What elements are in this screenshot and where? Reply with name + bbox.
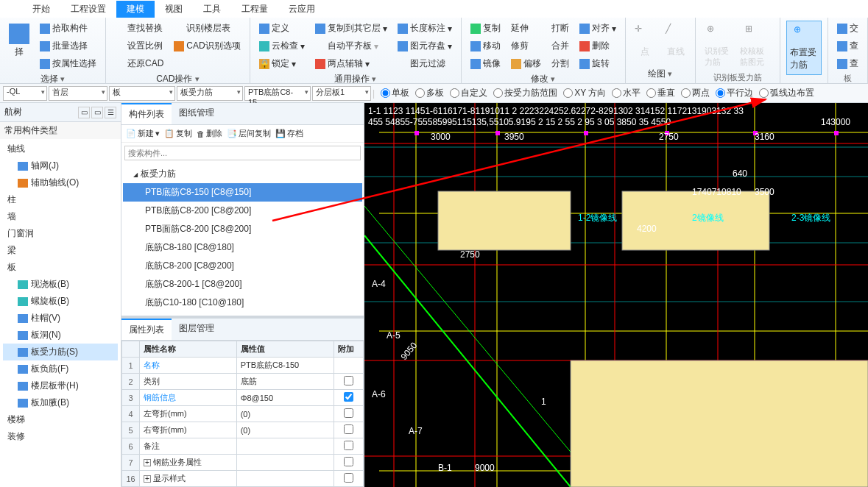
radio-range[interactable]: 按受力筋范围 bbox=[493, 87, 557, 99]
nav-item[interactable]: 现浇板(B) bbox=[3, 276, 118, 293]
save-element[interactable]: 图元存盘 ▾ bbox=[395, 38, 455, 54]
tab-component-list[interactable]: 构件列表 bbox=[121, 103, 172, 124]
prop-name[interactable]: 类别 bbox=[140, 374, 237, 390]
cad-options[interactable]: CAD识别选项 bbox=[171, 38, 243, 54]
line-tool[interactable]: ╱直线 bbox=[663, 21, 689, 61]
find-replace[interactable]: 查找替换 bbox=[112, 21, 166, 36]
rotate[interactable]: 旋转 bbox=[576, 56, 619, 71]
nav-group[interactable]: 楼梯 bbox=[3, 411, 118, 428]
tab-qty[interactable]: 工程量 bbox=[231, 1, 278, 18]
comp-item[interactable]: PTB底筋C8-150 [C8@150] bbox=[123, 183, 362, 202]
copy-to-floor[interactable]: 复制到其它层 ▾ bbox=[312, 21, 390, 36]
nav-group[interactable]: 板 bbox=[3, 259, 118, 276]
pick-component[interactable]: 拾取构件 bbox=[37, 21, 99, 36]
tab-properties[interactable]: 属性列表 bbox=[121, 319, 172, 340]
prop-chk[interactable] bbox=[344, 392, 353, 402]
mirror[interactable]: 镜像 bbox=[467, 56, 504, 71]
drawing-viewport[interactable]: 640 3500 1740710810 1-2镜像线 2镜像线 2-3镜像线 4… bbox=[364, 103, 868, 487]
batch-select[interactable]: 批量选择 bbox=[37, 38, 99, 54]
comp-item[interactable]: 底筋C10-180 [C10@180] bbox=[123, 294, 362, 312]
two-point-axis[interactable]: 两点辅轴 ▾ bbox=[312, 56, 390, 71]
dd-component[interactable]: PTB底筋C8-15 bbox=[244, 86, 311, 101]
nav-item[interactable]: 螺旋板(B) bbox=[3, 293, 118, 310]
btn-floor-copy[interactable]: 📑层间复制 bbox=[227, 128, 271, 139]
nav-ico-1[interactable]: ▭ bbox=[78, 107, 90, 118]
comp-item[interactable]: 底筋C8-180 [C8@180] bbox=[123, 238, 362, 257]
cloud-check[interactable]: 云检查 ▾ bbox=[256, 38, 308, 54]
prop-value[interactable]: Φ8@150 bbox=[236, 390, 334, 406]
auto-align[interactable]: 自动平齐板 ▾ bbox=[312, 38, 390, 54]
length-dim[interactable]: 长度标注 ▾ bbox=[395, 21, 455, 36]
prop-name[interactable]: 备注 bbox=[140, 438, 237, 455]
trim[interactable]: 修剪 bbox=[508, 38, 544, 54]
dd-floor[interactable]: 首层 bbox=[49, 86, 107, 101]
select-by-prop[interactable]: 按属性选择 bbox=[37, 56, 99, 71]
extend[interactable]: 延伸 bbox=[508, 21, 544, 36]
prop-chk[interactable] bbox=[344, 457, 353, 466]
lock[interactable]: 🔒锁定 ▾ bbox=[256, 56, 308, 71]
prop-value[interactable] bbox=[236, 438, 334, 455]
nav-group[interactable]: 装修 bbox=[3, 428, 118, 445]
nav-item[interactable]: 板受力筋(S) bbox=[3, 344, 118, 360]
prop-chk[interactable] bbox=[344, 441, 353, 450]
dd-ql[interactable]: -QL bbox=[3, 86, 47, 101]
prop-value[interactable]: (0) bbox=[236, 406, 334, 422]
tab-start[interactable]: 开始 bbox=[22, 1, 60, 18]
filter-element[interactable]: 图元过滤 bbox=[395, 56, 455, 71]
delete[interactable]: 删除 bbox=[576, 38, 619, 54]
check1[interactable]: 查 bbox=[834, 38, 861, 54]
prop-value[interactable]: (0) bbox=[236, 422, 334, 438]
identify-floor-table[interactable]: 识别楼层表 bbox=[171, 21, 243, 36]
nav-item[interactable]: 楼层板带(H) bbox=[3, 377, 118, 394]
place-rebar[interactable]: ⊕布置受力筋 bbox=[786, 21, 822, 75]
dd-type[interactable]: 板受力筋 bbox=[177, 86, 243, 101]
merge[interactable]: 合并 bbox=[548, 38, 572, 54]
radio-vert[interactable]: 垂直 bbox=[646, 87, 675, 99]
define[interactable]: 定义 bbox=[256, 21, 308, 36]
restore-cad[interactable]: 还原CAD bbox=[112, 56, 166, 71]
btn-delete[interactable]: 🗑删除 bbox=[197, 128, 222, 139]
radio-single[interactable]: 单板 bbox=[381, 87, 409, 99]
prop-value[interactable] bbox=[236, 471, 334, 487]
nav-ico-2[interactable]: ▭ bbox=[91, 107, 103, 118]
move[interactable]: 移动 bbox=[467, 38, 504, 54]
nav-item[interactable]: 板洞(N) bbox=[3, 327, 118, 344]
identify-rebar[interactable]: ⊕识别受力筋 bbox=[702, 21, 733, 71]
cross[interactable]: 交 bbox=[834, 21, 861, 36]
btn-new[interactable]: 📄新建 ▾ bbox=[126, 128, 160, 139]
comp-item[interactable]: 底筋C8-200-1 [C8@200] bbox=[123, 275, 362, 294]
offset[interactable]: 偏移 bbox=[508, 56, 544, 71]
tab-tools[interactable]: 工具 bbox=[193, 1, 231, 18]
break[interactable]: 打断 bbox=[548, 21, 572, 36]
comp-item[interactable]: PTB面筋C8-200 [C8@200] bbox=[123, 220, 362, 238]
tab-view[interactable]: 视图 bbox=[155, 1, 193, 18]
select-button[interactable]: 择 bbox=[6, 21, 32, 71]
comp-item[interactable]: PTB底筋C8-200 [C8@200] bbox=[123, 202, 362, 220]
dd-layer[interactable]: 分层板1 bbox=[312, 86, 371, 101]
split[interactable]: 分割 bbox=[548, 56, 572, 71]
radio-arc[interactable]: 弧线边布置 bbox=[759, 87, 814, 99]
dd-category[interactable]: 板 bbox=[109, 86, 175, 101]
nav-group[interactable]: 柱 bbox=[3, 191, 118, 208]
search-input[interactable] bbox=[124, 146, 361, 160]
point-tool[interactable]: ✛点 bbox=[632, 21, 658, 61]
align[interactable]: 对齐 ▾ bbox=[576, 21, 619, 36]
radio-xy[interactable]: XY 方向 bbox=[563, 87, 606, 99]
prop-chk[interactable] bbox=[344, 424, 353, 434]
prop-value[interactable]: 底筋 bbox=[236, 374, 334, 390]
radio-custom[interactable]: 自定义 bbox=[450, 87, 487, 99]
comp-item[interactable]: 底筋C8-200 [C8@200] bbox=[123, 257, 362, 275]
nav-group[interactable]: 墙 bbox=[3, 208, 118, 225]
nav-item[interactable]: 板加腋(B) bbox=[3, 394, 118, 411]
nav-item[interactable]: 板负筋(F) bbox=[3, 360, 118, 377]
radio-horiz[interactable]: 水平 bbox=[612, 87, 641, 99]
tab-layer-mgmt[interactable]: 图层管理 bbox=[172, 319, 222, 340]
btn-archive[interactable]: 💾存档 bbox=[275, 128, 303, 139]
prop-name[interactable]: +钢筋业务属性 bbox=[140, 455, 237, 471]
prop-chk[interactable] bbox=[344, 473, 353, 483]
nav-item[interactable]: 辅助轴线(O) bbox=[3, 174, 118, 191]
nav-group[interactable]: 轴线 bbox=[3, 141, 118, 157]
prop-name[interactable]: 右弯折(mm) bbox=[140, 422, 237, 438]
btn-copy[interactable]: 📋复制 bbox=[164, 128, 192, 139]
prop-name[interactable]: 名称 bbox=[140, 358, 237, 374]
